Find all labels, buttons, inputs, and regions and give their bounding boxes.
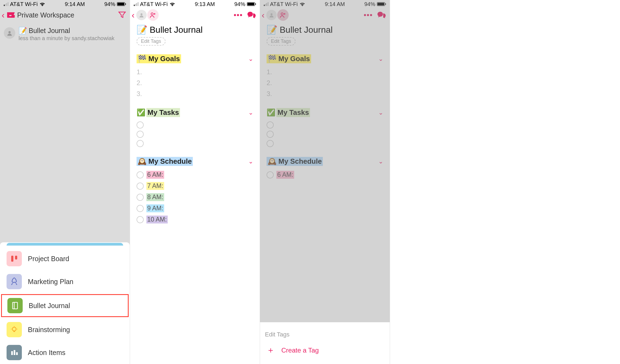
template-project-board[interactable]: Project Board	[0, 247, 130, 270]
chevron-down-icon[interactable]: ⌄	[248, 55, 253, 62]
tag-editor-sheet: Edit Tags ＋ Create a Tag	[260, 322, 390, 364]
more-button[interactable]: •••	[234, 11, 243, 19]
flag-emoji: 🏁	[138, 55, 146, 63]
status-bar: AT&T Wi-Fi 9:14 AM 94%	[0, 0, 130, 8]
modal-overlay[interactable]	[260, 0, 390, 364]
status-time: 9:14 AM	[65, 1, 85, 7]
check-emoji: ✅	[137, 108, 145, 117]
doc-title[interactable]: Bullet Journal	[150, 25, 203, 35]
screen-document: AT&T Wi-Fi 9:13 AM 94% ‹ ••• 📝Bullet Jou…	[130, 0, 260, 364]
template-action-items[interactable]: Action Items	[0, 341, 130, 364]
svg-point-0	[8, 31, 11, 33]
template-label: Brainstorming	[28, 326, 70, 334]
checkbox-icon[interactable]	[137, 171, 144, 178]
time-label: 9 AM:	[146, 204, 164, 212]
rocket-icon	[7, 274, 22, 289]
wifi-icon	[169, 2, 175, 6]
battery-percent: 94%	[234, 1, 245, 7]
task-item[interactable]	[137, 130, 253, 139]
goal-item-3[interactable]: 3.	[137, 88, 253, 99]
action-items-icon	[7, 345, 22, 360]
carrier-label: AT&T Wi-Fi	[140, 1, 168, 7]
screen-workspace: AT&T Wi-Fi 9:14 AM 94% ‹ Private Workspa…	[0, 0, 130, 364]
schedule-item[interactable]: 9 AM:	[137, 203, 253, 214]
time-label: 10 AM:	[146, 216, 168, 223]
checkbox-icon[interactable]	[137, 140, 144, 147]
avatar[interactable]	[136, 10, 147, 20]
template-label: Project Board	[28, 255, 69, 263]
item-subtitle: less than a minute by sandy.stachowiak	[19, 35, 126, 41]
journal-icon	[7, 298, 23, 313]
task-item[interactable]	[137, 139, 253, 148]
svg-point-13	[140, 13, 142, 15]
chevron-down-icon[interactable]: ⌄	[248, 158, 253, 165]
template-brainstorming[interactable]: Brainstorming	[0, 318, 130, 341]
chat-icon[interactable]	[247, 11, 256, 19]
goal-item-1[interactable]: 1.	[137, 67, 253, 77]
checkbox-icon[interactable]	[137, 131, 144, 138]
lightbulb-icon	[7, 322, 22, 337]
schedule-item[interactable]: 8 AM:	[137, 192, 253, 203]
schedule-item[interactable]: 6 AM:	[137, 169, 253, 180]
workspace-title[interactable]: Private Workspace	[17, 11, 74, 19]
time-label: 8 AM:	[146, 193, 164, 201]
inbox-icon[interactable]	[6, 11, 16, 19]
filter-icon[interactable]	[118, 11, 126, 19]
goal-item-2[interactable]: 2.	[137, 77, 253, 88]
battery-icon	[117, 2, 126, 6]
template-label: Action Items	[28, 349, 66, 357]
time-label: 7 AM:	[146, 182, 164, 190]
template-label: Bullet Journal	[29, 302, 70, 310]
checkbox-icon[interactable]	[137, 121, 144, 129]
svg-rect-10	[11, 351, 13, 355]
screen-edit-tags: AT&T Wi-Fi 9:14 AM 94% ‹ ••• 📝Bullet Jou…	[260, 0, 390, 364]
person-icon	[139, 13, 144, 17]
nav-bar: ‹ Private Workspace	[0, 8, 130, 22]
signal-icon	[134, 2, 138, 6]
document-list-item[interactable]: 📝Bullet Journal less than a minute by sa…	[0, 22, 130, 46]
back-button[interactable]: ‹	[2, 10, 5, 20]
status-time: 9:13 AM	[195, 1, 215, 7]
battery-icon	[247, 2, 256, 6]
checkbox-icon[interactable]	[137, 183, 144, 190]
clock-emoji: 🕰️	[138, 157, 146, 165]
section-title[interactable]: My Tasks	[146, 108, 180, 117]
project-board-icon	[7, 251, 22, 266]
svg-point-5	[12, 327, 16, 331]
item-title: Bullet Journal	[29, 27, 70, 35]
schedule-item[interactable]: 10 AM:	[137, 214, 253, 225]
section-title[interactable]: My Goals	[148, 55, 180, 63]
svg-rect-1	[11, 256, 13, 262]
schedule-item[interactable]: 7 AM:	[137, 180, 253, 192]
chevron-down-icon[interactable]: ⌄	[248, 109, 253, 116]
template-bullet-journal[interactable]: Bullet Journal	[1, 294, 129, 317]
edit-tags-button[interactable]: Edit Tags	[137, 37, 166, 46]
add-person-button[interactable]	[147, 9, 159, 21]
task-item[interactable]	[137, 120, 253, 130]
sheet-peek	[7, 243, 123, 246]
carrier-label: AT&T Wi-Fi	[10, 1, 38, 7]
back-button[interactable]: ‹	[132, 10, 135, 20]
section-goals: 🏁 My Goals ⌄ 1. 2. 3.	[137, 54, 253, 99]
nav-bar: ‹ •••	[130, 8, 260, 22]
svg-rect-3	[13, 302, 17, 309]
template-marketing-plan[interactable]: Marketing Plan	[0, 270, 130, 293]
sheet-title: Edit Tags	[265, 331, 385, 338]
signal-icon	[4, 2, 8, 6]
wifi-icon	[39, 2, 45, 6]
status-bar: AT&T Wi-Fi 9:13 AM 94%	[130, 0, 260, 8]
svg-rect-11	[14, 350, 15, 355]
section-title[interactable]: My Schedule	[148, 157, 192, 165]
person-icon	[7, 30, 12, 36]
checkbox-icon[interactable]	[137, 216, 144, 223]
avatar	[4, 27, 15, 39]
create-tag-button[interactable]: ＋ Create a Tag	[265, 345, 385, 356]
time-label: 6 AM:	[146, 171, 164, 179]
svg-point-14	[151, 13, 153, 15]
checkbox-icon[interactable]	[137, 205, 144, 212]
doc-content: 📝Bullet Journal Edit Tags 🏁 My Goals ⌄ 1…	[130, 22, 260, 228]
section-schedule: 🕰️ My Schedule ⌄ 6 AM: 7 AM: 8 AM: 9 AM:…	[137, 157, 253, 225]
checkbox-icon[interactable]	[137, 194, 144, 201]
notepad-emoji: 📝	[19, 27, 27, 35]
battery-percent: 94%	[104, 1, 115, 7]
